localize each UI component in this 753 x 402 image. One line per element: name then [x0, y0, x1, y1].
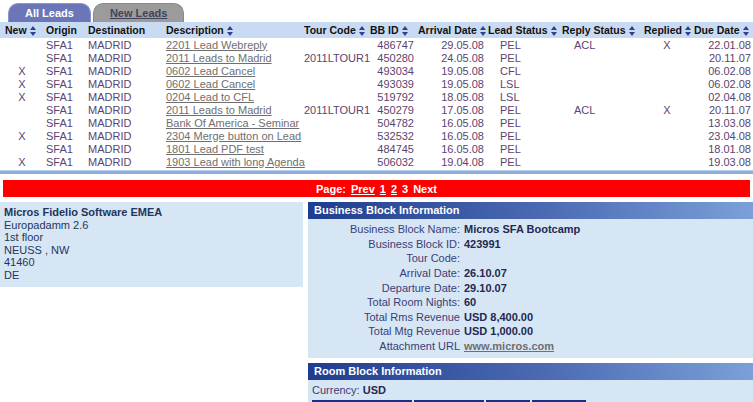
cell-origin: SFA1 — [44, 103, 86, 116]
cell-arrival-date: 16.05.08 — [416, 142, 486, 155]
cell-replied — [642, 129, 692, 142]
cell-due-date: 20.11.07 — [692, 103, 753, 116]
cell-description: 0204 Lead to CFL — [164, 90, 302, 103]
cell-destination: MADRID — [86, 90, 164, 103]
cell-lead-status: PEL — [486, 116, 560, 129]
cell-tour-code — [302, 155, 368, 168]
col-header-label: Replied — [644, 24, 682, 36]
sort-icon[interactable] — [685, 26, 691, 36]
cell-origin: SFA1 — [44, 155, 86, 168]
pagination-next[interactable]: Next — [413, 183, 437, 195]
tab-all-leads[interactable]: All Leads — [8, 3, 91, 22]
cell-bb-id: 506032 — [368, 155, 416, 168]
cell-bb-id: 486747 — [368, 38, 416, 51]
cell-description: 1903 Lead with long Agenda — [164, 155, 302, 168]
lead-description-link[interactable]: 0602 Lead Cancel — [166, 78, 255, 90]
col-header-tour-code[interactable]: Tour Code — [302, 22, 368, 38]
sort-icon[interactable] — [359, 26, 365, 36]
pagination-page-2-link[interactable]: 2 — [391, 183, 397, 195]
cell-origin: SFA1 — [44, 90, 86, 103]
table-row: SFA1 MADRID 1801 Lead PDF test 484745 16… — [0, 142, 753, 155]
cell-due-date: 06.02.08 — [692, 64, 753, 77]
col-header-bb-id[interactable]: BB ID — [368, 22, 416, 38]
lead-description-link[interactable]: 0602 Lead Cancel — [166, 65, 255, 77]
cell-new: X — [0, 90, 44, 103]
field-row: Arrival Date:26.10.07 — [312, 266, 749, 281]
cell-tour-code: 2011LTOUR1 — [302, 103, 368, 116]
field-label: Tour Code: — [312, 251, 460, 266]
cell-reply-status — [560, 64, 642, 77]
col-header-label: Origin — [46, 24, 77, 36]
pagination-page-1-link[interactable]: 1 — [380, 183, 386, 195]
sort-icon[interactable] — [629, 26, 635, 36]
field-value: 423991 — [464, 237, 501, 252]
cell-lead-status: LSL — [486, 77, 560, 90]
col-header-label: BB ID — [370, 24, 399, 36]
lead-description-link[interactable]: 1903 Lead with long Agenda — [166, 156, 305, 168]
sort-icon[interactable] — [30, 26, 36, 36]
field-label: Departure Date: — [312, 281, 460, 296]
tab-new-leads[interactable]: New Leads — [93, 3, 184, 22]
cell-reply-status — [560, 116, 642, 129]
col-header-new[interactable]: New — [0, 22, 44, 38]
table-row: X SFA1 MADRID 1903 Lead with long Agenda… — [0, 155, 753, 168]
lead-description-link[interactable]: 1801 Lead PDF test — [166, 143, 264, 155]
cell-reply-status — [560, 129, 642, 142]
attachment-url-link[interactable]: www.micros.com — [464, 339, 554, 354]
room-block-header: Room Block Information — [308, 363, 753, 380]
lead-description-link[interactable]: 0204 Lead to CFL — [166, 91, 254, 103]
cell-lead-status: LSL — [486, 90, 560, 103]
field-label: Business Block Name: — [312, 222, 460, 237]
sort-icon[interactable] — [551, 26, 557, 36]
table-row: SFA1 MADRID 2011 Leads to Madrid 2011LTO… — [0, 51, 753, 64]
sort-icon[interactable] — [480, 26, 486, 36]
table-row: SFA1 MADRID 2011 Leads to Madrid 2011LTO… — [0, 103, 753, 116]
field-label: Total Mtg Revenue — [312, 324, 460, 339]
lead-description-link[interactable]: 2201 Lead Webreply — [166, 39, 267, 51]
cell-reply-status — [560, 155, 642, 168]
lead-description-link[interactable]: 2304 Merge button on Lead — [166, 130, 301, 142]
table-bottom-divider — [0, 170, 753, 174]
cell-destination: MADRID — [86, 51, 164, 64]
company-name: Micros Fidelio Software EMEA — [4, 206, 299, 219]
col-header-arrival-date[interactable]: Arrival Date — [416, 22, 486, 38]
cell-origin: SFA1 — [44, 129, 86, 142]
cell-destination: MADRID — [86, 64, 164, 77]
cell-tour-code — [302, 129, 368, 142]
lead-description-link[interactable]: 2011 Leads to Madrid — [166, 104, 272, 116]
field-row: Attachment URLwww.micros.com — [312, 339, 749, 354]
sort-icon[interactable] — [227, 26, 233, 36]
col-header-reply-status[interactable]: Reply Status — [560, 22, 642, 38]
cell-replied — [642, 142, 692, 155]
cell-due-date: 19.03.08 — [692, 155, 753, 168]
lead-description-link[interactable]: 2011 Leads to Madrid — [166, 52, 272, 64]
cell-origin: SFA1 — [44, 38, 86, 51]
cell-reply-status: ACL — [560, 103, 642, 116]
cell-replied: X — [642, 103, 692, 116]
cell-bb-id: 493039 — [368, 77, 416, 90]
col-header-lead-status[interactable]: Lead Status — [486, 22, 560, 38]
field-row: Total Mtg RevenueUSD 1,000.00 — [312, 324, 749, 339]
lead-description-link[interactable]: Bank Of America - Seminar — [166, 117, 299, 129]
pagination-prev-link[interactable]: Prev — [351, 183, 375, 195]
pagination-bar: Page: Prev 1 2 3 Next — [3, 180, 750, 197]
business-block-header: Business Block Information — [308, 202, 753, 219]
cell-due-date: 20.11.07 — [692, 51, 753, 64]
col-header-replied[interactable]: Replied — [642, 22, 692, 38]
cell-origin: SFA1 — [44, 142, 86, 155]
cell-arrival-date: 19.05.08 — [416, 64, 486, 77]
cell-new — [0, 116, 44, 129]
cell-bb-id: 532532 — [368, 129, 416, 142]
cell-lead-status: PEL — [486, 155, 560, 168]
address-line: Europadamm 2.6 — [4, 219, 299, 232]
cell-bb-id: 493034 — [368, 64, 416, 77]
col-header-description[interactable]: Description — [164, 22, 302, 38]
cell-arrival-date: 19.05.08 — [416, 77, 486, 90]
cell-tour-code: 2011LTOUR1 — [302, 51, 368, 64]
sort-icon[interactable] — [402, 26, 408, 36]
col-header-due-date[interactable]: Due Date — [692, 22, 753, 38]
address-panel: Micros Fidelio Software EMEA Europadamm … — [0, 202, 303, 287]
cell-arrival-date: 18.05.08 — [416, 90, 486, 103]
sort-icon[interactable] — [743, 26, 749, 36]
table-row: SFA1 MADRID 2201 Lead Webreply 486747 29… — [0, 38, 753, 51]
